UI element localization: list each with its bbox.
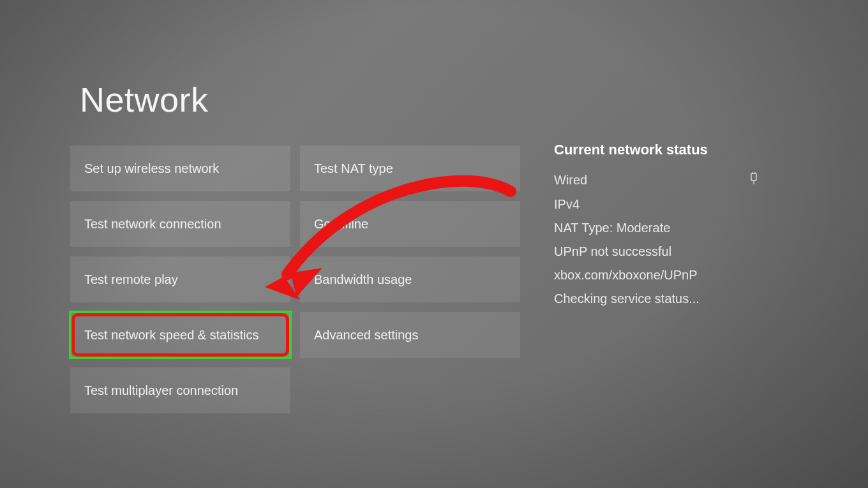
tile-label: Test network speed & statistics xyxy=(84,328,258,343)
status-connection-type: Wired xyxy=(554,172,758,188)
svg-rect-0 xyxy=(751,174,756,181)
setup-wireless-network-button[interactable]: Set up wireless network xyxy=(70,145,290,191)
tile-label: Test multiplayer connection xyxy=(84,383,238,398)
wired-icon xyxy=(749,172,758,188)
test-network-connection-button[interactable]: Test network connection xyxy=(70,201,290,247)
tile-label: Test NAT type xyxy=(314,161,393,176)
status-url: xbox.com/xboxone/UPnP xyxy=(554,268,784,283)
network-status-panel: Current network status Wired IPv4 NAT Ty… xyxy=(554,142,784,315)
settings-column-2: Test NAT type Go offline Bandwidth usage… xyxy=(300,145,520,367)
advanced-settings-button[interactable]: Advanced settings xyxy=(300,312,520,358)
tile-label: Bandwidth usage xyxy=(314,272,412,287)
tile-label: Go offline xyxy=(314,217,368,232)
settings-column-1: Set up wireless network Test network con… xyxy=(70,145,290,423)
test-multiplayer-connection-button[interactable]: Test multiplayer connection xyxy=(70,367,290,413)
go-offline-button[interactable]: Go offline xyxy=(300,201,520,247)
tile-label: Advanced settings xyxy=(314,328,418,343)
tile-label: Test network connection xyxy=(84,217,221,232)
status-service: Checking service status... xyxy=(554,292,784,306)
tile-label: Test remote play xyxy=(84,272,178,287)
status-nat-type: NAT Type: Moderate xyxy=(554,221,784,235)
tile-label: Set up wireless network xyxy=(84,161,219,176)
page-title: Network xyxy=(80,80,209,119)
test-network-speed-statistics-button[interactable]: Test network speed & statistics xyxy=(70,312,290,358)
test-remote-play-button[interactable]: Test remote play xyxy=(70,256,290,302)
status-upnp: UPnP not successful xyxy=(554,244,784,259)
status-ip-version: IPv4 xyxy=(554,197,784,212)
status-title: Current network status xyxy=(554,142,784,158)
test-nat-type-button[interactable]: Test NAT type xyxy=(300,145,520,191)
bandwidth-usage-button[interactable]: Bandwidth usage xyxy=(300,256,520,302)
connection-type-value: Wired xyxy=(554,173,587,188)
